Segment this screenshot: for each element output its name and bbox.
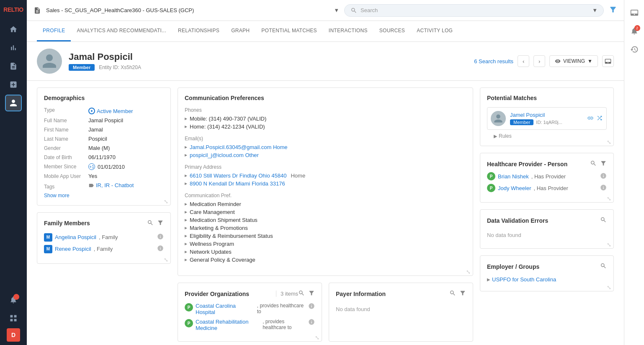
- hp-info-brian[interactable]: [600, 172, 607, 180]
- show-more-button[interactable]: Show more: [44, 193, 164, 198]
- resize-handle-eg[interactable]: ⤡: [607, 284, 612, 289]
- prev-result-button[interactable]: ‹: [518, 55, 529, 67]
- next-result-button[interactable]: ›: [533, 55, 545, 67]
- tab-potential-matches[interactable]: POTENTIAL MATCHES: [255, 21, 322, 41]
- family-filter-icon[interactable]: [157, 219, 164, 227]
- provider-info-1[interactable]: [308, 319, 315, 327]
- demo-label-firstname: First Name: [44, 127, 86, 133]
- pref-medication-shipment[interactable]: Medication Shipment Status: [185, 217, 466, 223]
- family-name-angelina[interactable]: Angelina Pospicil: [55, 234, 96, 240]
- pref-marketing[interactable]: Marketing & Promotions: [185, 225, 466, 231]
- provider-coastal-rehab: P Coastal Rehabilitation Medicine , prov…: [185, 319, 315, 331]
- sidebar-icon-analytics[interactable]: [5, 39, 22, 56]
- provider-coastal-carolina: P Coastal Carolina Hospital , provides h…: [185, 303, 315, 315]
- resize-handle-dv[interactable]: ⤡: [607, 242, 612, 247]
- eg-expand-icon[interactable]: ▶: [487, 277, 490, 282]
- family-badge-m2: M: [44, 245, 52, 253]
- demo-value-member-since: 01/01/2010: [98, 164, 125, 170]
- demo-row-firstname: First Name Jamal: [44, 126, 164, 133]
- sidebar-icon-reports[interactable]: [5, 58, 22, 75]
- family-info-icon-renee[interactable]: [157, 245, 164, 253]
- pm-shuffle-icon[interactable]: [596, 115, 603, 123]
- data-validation-search-icon[interactable]: [600, 216, 607, 224]
- tab-analytics[interactable]: ANALYTICS AND RECOMMENDATI...: [71, 21, 172, 41]
- payer-info-header: Payer Information: [336, 290, 466, 298]
- addresses-section: Primary Address 6610 Still Waters Dr Fin…: [185, 164, 466, 187]
- hp-search-icon[interactable]: [590, 160, 597, 168]
- resize-handle-hp[interactable]: ⤡: [607, 196, 612, 201]
- hp-filter-icon[interactable]: [600, 160, 607, 168]
- family-search-icon[interactable]: [147, 219, 154, 227]
- address-miami[interactable]: 8900 N Kendall Dr Miami Florida 33176: [185, 180, 466, 187]
- right-icon-history[interactable]: [627, 42, 642, 57]
- tab-interactions[interactable]: INTERACTIONS: [323, 21, 374, 41]
- tab-profile[interactable]: PROFILE: [37, 21, 71, 41]
- pref-care-management[interactable]: Care Management: [185, 209, 466, 215]
- resize-handle-pm[interactable]: ⤡: [607, 139, 612, 144]
- family-card-actions: [147, 219, 164, 227]
- pm-rules-expand[interactable]: ▶: [494, 134, 497, 139]
- provider-orgs-count: 3 items: [276, 291, 298, 297]
- search-bar[interactable]: Search ▼: [344, 4, 604, 17]
- pm-item-jamel: Jamel Pospicil Member ID: 1qAR0j...: [487, 107, 607, 130]
- email-gmail[interactable]: Jamal.Pospicil.63045@gmail.com Home: [185, 144, 466, 150]
- pm-name[interactable]: Jamel Pospicil: [510, 112, 583, 118]
- provider-info-0[interactable]: [308, 303, 315, 311]
- sidebar-user-avatar[interactable]: D: [7, 328, 20, 342]
- pref-medication-reminder[interactable]: Medication Reminder: [185, 201, 466, 207]
- tab-sources[interactable]: SOURCES: [374, 21, 411, 41]
- member-badge: Member: [69, 64, 95, 71]
- tablet-view-button[interactable]: [602, 55, 614, 67]
- hp-badge-brian: P: [487, 172, 495, 180]
- sidebar-icon-notifications[interactable]: [5, 291, 22, 308]
- phone-home[interactable]: Home: (314) 422-1234 (VALID): [185, 124, 466, 130]
- hp-name-jody[interactable]: Jody Wheeler: [498, 185, 531, 191]
- phone-mobile[interactable]: Mobile: (314) 490-7307 (VALID): [185, 116, 466, 122]
- search-results-count[interactable]: 6 Search results: [474, 58, 513, 64]
- pref-wellness[interactable]: Wellness Program: [185, 241, 466, 247]
- search-dropdown-arrow[interactable]: ▼: [592, 7, 598, 13]
- pref-general-policy[interactable]: General Policy & Coverage: [185, 257, 466, 263]
- resize-handle-comm[interactable]: ⤡: [466, 269, 471, 274]
- pref-network[interactable]: Network Updates: [185, 249, 466, 255]
- family-info-icon-angelina[interactable]: [157, 233, 164, 241]
- email-icloud[interactable]: pospicil_j@icloud.com Other: [185, 152, 466, 158]
- provider-search-icon[interactable]: [298, 290, 305, 298]
- tab-activity-log[interactable]: ACTIVITY LOG: [411, 21, 459, 41]
- provider-rel-0: , provides healthcare to: [257, 303, 306, 314]
- pm-link-icon[interactable]: [587, 115, 594, 123]
- employer-groups-search-icon[interactable]: [600, 263, 607, 270]
- hp-name-brian[interactable]: Brian Nishek: [498, 173, 529, 180]
- viewing-button[interactable]: VIEWING ▼: [549, 55, 598, 67]
- provider-name-coastal-carolina[interactable]: Coastal Carolina Hospital: [196, 303, 253, 315]
- address-ohio[interactable]: 6610 Still Waters Dr Findlay Ohio 45840 …: [185, 172, 466, 179]
- demo-value-tags[interactable]: IR, IR - Chatbot: [96, 182, 134, 188]
- provider-filter-icon[interactable]: [308, 290, 315, 298]
- tab-graph[interactable]: GRAPH: [225, 21, 255, 41]
- right-icon-tablet[interactable]: [627, 5, 642, 20]
- member-since-plus-button[interactable]: +1: [88, 163, 95, 170]
- employer-groups-card: Employer / Groups ▶ USPFO for South Caro…: [480, 255, 614, 291]
- right-icon-notifications[interactable]: 2: [627, 23, 642, 39]
- filter-icon[interactable]: [609, 5, 617, 15]
- sidebar-icon-grid[interactable]: [5, 310, 22, 327]
- sidebar-icon-add[interactable]: [5, 76, 22, 93]
- resize-handle-provider[interactable]: ⤡: [315, 335, 320, 340]
- eg-link-uspfo[interactable]: USPFO for South Carolina: [492, 276, 556, 283]
- type-value[interactable]: Active Member: [97, 108, 133, 114]
- sidebar-icon-home[interactable]: [5, 21, 22, 38]
- demo-value-dob: 06/11/1970: [88, 154, 116, 160]
- provider-name-coastal-rehab[interactable]: Coastal Rehabilitation Medicine: [196, 319, 258, 331]
- topbar-dropdown[interactable]: ▼: [334, 7, 339, 13]
- payer-filter-icon[interactable]: [459, 290, 466, 298]
- hp-info-jody[interactable]: [600, 184, 607, 192]
- sidebar-icon-profile[interactable]: [5, 95, 22, 111]
- resize-handle[interactable]: ⤡: [164, 198, 169, 203]
- family-name-renee[interactable]: Renee Pospicil: [55, 246, 91, 252]
- family-members-card: Family Members M Angelina Pospicil: [37, 212, 171, 264]
- pref-eligibility[interactable]: Eligibility & Reimbursement Status: [185, 233, 466, 239]
- payer-search-icon[interactable]: [449, 290, 456, 298]
- resize-handle-family[interactable]: ⤡: [164, 257, 169, 262]
- tab-relationships[interactable]: RELATIONSHIPS: [172, 21, 225, 41]
- pm-rules-label[interactable]: Rules: [499, 133, 512, 139]
